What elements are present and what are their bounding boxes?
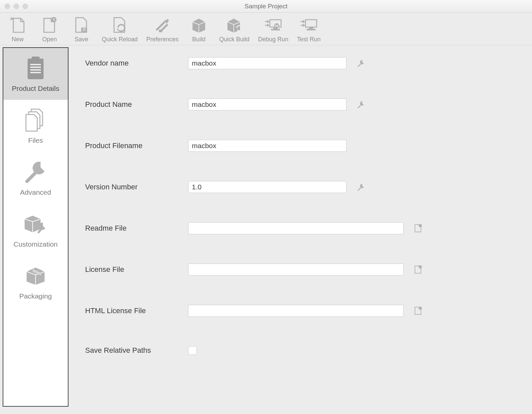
html-license-file-label: HTML License File [85,307,188,315]
save-relative-paths-checkbox[interactable] [188,346,197,355]
wrench-icon [357,183,364,191]
package-icon [25,264,47,288]
sidebar-item-customization[interactable]: Customization [3,204,68,256]
test-run-icon [300,16,318,34]
preferences-icon [154,16,172,34]
html-license-file-browse-button[interactable] [414,307,422,315]
toolbar-open-button[interactable]: Open [38,16,61,43]
license-file-label: License File [85,265,188,274]
clipboard-icon [25,57,46,80]
html-license-file-input[interactable] [188,305,404,317]
toolbar-test-run-label: Test Run [297,36,321,43]
readme-file-browse-button[interactable] [414,224,422,233]
toolbar-save-label: Save [74,36,88,43]
license-file-input[interactable] [188,264,404,276]
sidebar-item-packaging[interactable]: Packaging [3,256,68,308]
save-icon [72,16,90,34]
product-name-input[interactable] [188,99,346,110]
readme-file-input[interactable] [188,222,404,234]
svg-rect-16 [30,69,41,71]
row-license-file: License File [85,264,519,276]
toolbar-preferences-label: Preferences [146,36,179,43]
svg-rect-15 [30,67,41,68]
vendor-name-label: Vendor name [85,59,188,68]
toolbar-debug-run-label: Debug Run [258,36,288,43]
sidebar-item-files[interactable]: Files [3,100,68,152]
toolbar-test-run-button[interactable]: Test Run [297,16,321,43]
toolbar-debug-run-button[interactable]: Debug Run [258,16,288,43]
wrench-icon [357,60,364,67]
svg-rect-17 [30,72,41,73]
reload-icon [111,16,129,34]
sidebar-item-product-details[interactable]: Product Details [3,48,68,100]
close-window-button[interactable] [5,4,10,9]
sidebar-item-advanced[interactable]: Advanced [3,152,68,204]
vendor-name-wrench-button[interactable] [356,59,365,68]
build-icon [190,16,208,34]
toolbar-preferences-button[interactable]: Preferences [146,16,179,43]
toolbar-build-label: Build [192,36,205,43]
sidebar-label: Advanced [20,188,51,196]
row-vendor-name: Vendor name [85,57,519,69]
row-html-license-file: HTML License File [85,305,519,317]
license-file-browse-button[interactable] [414,265,422,274]
window-controls [0,4,28,9]
svg-rect-11 [307,29,315,30]
sidebar-label: Files [28,136,43,144]
sidebar-label: Packaging [19,292,52,300]
svg-rect-3 [82,30,86,31]
vendor-name-input[interactable] [188,57,346,69]
svg-rect-10 [309,27,313,29]
toolbar-quick-build-label: Quick Build [219,36,249,43]
toolbar-quick-reload-button[interactable]: Quick Reload [102,16,138,43]
row-readme-file: Readme File [85,222,519,234]
file-browse-icon [414,224,422,233]
files-icon [24,108,47,132]
row-version-number: Version Number [85,181,519,193]
window-title: Sample Project [0,3,532,10]
version-number-label: Version Number [85,183,188,191]
wrench-icon [24,160,48,184]
open-file-icon [41,16,59,34]
sidebar-label: Product Details [12,85,59,93]
readme-file-label: Readme File [85,224,188,233]
version-number-input[interactable] [188,181,346,193]
product-filename-label: Product Filename [85,141,188,150]
box-wrench-icon [23,212,49,236]
svg-rect-12 [28,59,44,79]
svg-rect-2 [82,28,86,29]
version-number-wrench-button[interactable] [356,183,365,191]
toolbar-new-label: New [12,36,24,43]
toolbar-quick-reload-label: Quick Reload [102,36,138,43]
svg-rect-7 [271,29,280,30]
main-body: Product Details Files Advanced Customiza… [0,45,532,414]
svg-rect-13 [32,57,40,61]
minimize-window-button[interactable] [14,4,19,9]
row-product-name: Product Name [85,99,519,110]
toolbar-open-label: Open [42,36,57,43]
toolbar-quick-build-button[interactable]: Quick Build [219,16,249,43]
wrench-icon [357,101,364,108]
zoom-window-button[interactable] [23,4,28,9]
svg-point-18 [419,224,422,227]
quick-build-icon [225,16,243,34]
sidebar-label: Customization [13,240,58,248]
svg-rect-14 [30,64,41,65]
toolbar-build-button[interactable]: Build [187,16,210,43]
svg-rect-9 [306,20,317,27]
svg-point-19 [419,265,422,269]
product-details-form: Vendor name Product Name Product Filenam… [68,45,532,414]
titlebar: Sample Project [0,0,532,13]
product-filename-input[interactable] [188,140,346,152]
product-name-wrench-button[interactable] [356,100,365,109]
save-relative-paths-label: Save Relative Paths [85,346,188,355]
row-save-relative-paths: Save Relative Paths [85,346,519,355]
toolbar: New Open Save Quick Reload Preferences B… [0,13,532,45]
sidebar: Product Details Files Advanced Customiza… [3,47,68,407]
product-name-label: Product Name [85,100,188,109]
file-browse-icon [414,265,422,274]
toolbar-new-button[interactable]: New [6,16,29,43]
toolbar-save-button[interactable]: Save [70,16,93,43]
row-product-filename: Product Filename [85,140,519,152]
new-file-icon [9,16,27,34]
